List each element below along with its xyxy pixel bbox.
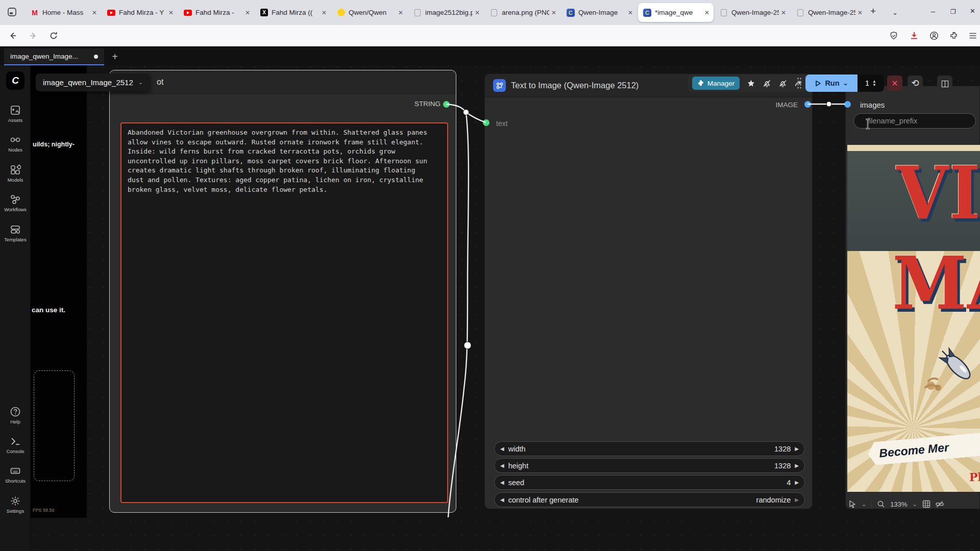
- poster-word-mid: MA: [892, 247, 980, 320]
- new-workflow-button[interactable]: +: [106, 48, 124, 65]
- history-icon[interactable]: ⟲: [908, 76, 923, 91]
- toolbar-drag-handle[interactable]: [797, 77, 802, 89]
- prompt-node[interactable]: ot STRING Abandoned Victorian greenhouse…: [109, 70, 456, 513]
- tab-close-icon[interactable]: ✕: [628, 9, 633, 16]
- manager-button[interactable]: Manager: [692, 77, 740, 90]
- window-minimize-button[interactable]: –: [931, 7, 935, 15]
- account-icon[interactable]: [929, 31, 939, 40]
- text-input-port[interactable]: [483, 119, 489, 126]
- increment-arrow-icon[interactable]: ▶: [795, 480, 799, 485]
- manager-toolbar-group: Manager: [688, 74, 807, 92]
- tab-close-icon[interactable]: ✕: [475, 9, 480, 16]
- back-icon[interactable]: [8, 31, 17, 40]
- extensions-puzzle-icon[interactable]: [949, 31, 959, 40]
- pointer-tool-icon[interactable]: [848, 500, 856, 508]
- zoom-fit-icon[interactable]: [877, 500, 885, 508]
- run-options-chevron-icon[interactable]: ⌄: [843, 80, 848, 87]
- reload-icon[interactable]: [49, 31, 58, 40]
- text-to-image-node[interactable]: Text to Image (Qwen-Image 2512) IMAGE te…: [484, 73, 813, 509]
- tab-close-icon[interactable]: ✕: [857, 9, 863, 16]
- toggle-links-off-icon[interactable]: [936, 500, 944, 508]
- queue-count-stepper[interactable]: ▲▼: [872, 80, 876, 87]
- control-after-generate-widget[interactable]: ◀ control after generate randomize ▶: [494, 492, 805, 507]
- tab-close-icon[interactable]: ✕: [322, 9, 327, 16]
- browser-tab[interactable]: image2512big.p ✕: [408, 3, 484, 22]
- browser-tab-active[interactable]: C *image_qwe ✕: [638, 3, 714, 22]
- sidebar-item-templates[interactable]: Templates: [0, 220, 31, 246]
- zoom-level[interactable]: 133%: [890, 500, 907, 508]
- chevron-down-icon: ⌄: [138, 79, 143, 86]
- toggle-panel-icon[interactable]: ◫: [937, 76, 952, 91]
- pointer-options-chevron-icon[interactable]: ⌄: [862, 501, 866, 508]
- window-close-button[interactable]: ✕: [970, 7, 975, 15]
- tab-close-icon[interactable]: ✕: [245, 9, 250, 16]
- zoom-chevron-icon[interactable]: ⌄: [912, 501, 917, 508]
- width-widget[interactable]: ◀ width 1328 ▶: [494, 441, 805, 456]
- browser-tab[interactable]: Fahd Mirza - ✕: [179, 3, 254, 22]
- decrement-arrow-icon[interactable]: ◀: [500, 497, 504, 503]
- browser-tab[interactable]: Qwen-Image-25 ✕: [791, 3, 867, 22]
- sidebar-item-nodes[interactable]: Nodes: [0, 131, 31, 156]
- increment-arrow-icon[interactable]: ▶: [795, 497, 799, 503]
- browser-tab[interactable]: M Home - Mass ✕: [26, 3, 101, 22]
- window-maximize-button[interactable]: ❐: [950, 8, 956, 15]
- sidebar-item-help[interactable]: Help: [0, 403, 31, 428]
- string-output-port[interactable]: [443, 101, 450, 108]
- notifications-mute-icon[interactable]: [763, 79, 771, 88]
- menu-hamburger-icon[interactable]: [968, 31, 977, 40]
- minimap-grid-icon[interactable]: [922, 500, 930, 508]
- decrement-arrow-icon[interactable]: ◀: [500, 446, 504, 452]
- new-tab-button[interactable]: +: [870, 6, 876, 17]
- prompt-textarea[interactable]: Abandoned Victorian greenhouse overgrown…: [120, 122, 448, 503]
- tab-close-icon[interactable]: ✕: [551, 9, 556, 16]
- sidebar-item-console[interactable]: Console: [0, 432, 31, 458]
- forward-icon[interactable]: [29, 31, 38, 40]
- browser-tab[interactable]: X Fahd Mirza (( ✕: [255, 3, 331, 22]
- generated-image-preview[interactable]: VI MA Become Mer Pl: [847, 145, 980, 492]
- browser-tab[interactable]: Fahd Mirza - Y ✕: [102, 3, 178, 22]
- filename-prefix-input[interactable]: [853, 113, 976, 129]
- sidebar-item-settings[interactable]: Settings: [0, 492, 31, 517]
- comfyui-favicon: C: [567, 9, 575, 17]
- tab-label: arena.png (PNG: [502, 9, 549, 16]
- workflow-tab[interactable]: image_qwen_Image...: [4, 48, 104, 65]
- queue-count[interactable]: 1 ▲▼: [857, 74, 884, 92]
- sidebar-item-models[interactable]: Models: [0, 161, 31, 186]
- tab-close-icon[interactable]: ✕: [92, 9, 97, 16]
- workflow-tab-label: image_qwen_Image...: [10, 53, 78, 60]
- cancel-run-button[interactable]: ✕: [887, 76, 902, 91]
- image-output-port[interactable]: [804, 101, 811, 108]
- seed-widget[interactable]: ◀ seed 4 ▶: [494, 475, 805, 490]
- increment-arrow-icon[interactable]: ▶: [795, 446, 799, 452]
- run-button[interactable]: Run ⌄: [805, 74, 857, 92]
- workflow-selector-dropdown[interactable]: image_qwen_Image_2512 ⌄: [36, 73, 150, 91]
- tab-label: Qwen-Image-25: [808, 9, 855, 16]
- increment-arrow-icon[interactable]: ▶: [795, 463, 799, 468]
- height-widget[interactable]: ◀ height 1328 ▶: [494, 458, 805, 473]
- firefox-view-icon[interactable]: [7, 7, 17, 17]
- sidebar-item-workflows[interactable]: Workflows: [0, 190, 31, 216]
- sidebar-item-assets[interactable]: Assets: [0, 101, 31, 127]
- poster-word-top: VI: [896, 157, 980, 230]
- tab-close-icon[interactable]: ✕: [704, 9, 709, 16]
- sidebar-item-label: Assets: [8, 117, 23, 123]
- decrement-arrow-icon[interactable]: ◀: [500, 463, 504, 468]
- tab-label: Home - Mass: [42, 9, 90, 16]
- browser-tab[interactable]: C Qwen-Image ✕: [561, 3, 637, 22]
- prompt-node-header[interactable]: ot: [110, 70, 456, 94]
- tab-close-icon[interactable]: ✕: [781, 9, 786, 16]
- favorites-star-icon[interactable]: [747, 79, 755, 88]
- browser-tab[interactable]: Qwen-Image-25 ✕: [715, 3, 790, 22]
- badges-mute-icon[interactable]: [778, 79, 787, 88]
- decrement-arrow-icon[interactable]: ◀: [500, 480, 504, 485]
- downloads-icon[interactable]: [910, 31, 919, 40]
- protections-shield-icon[interactable]: [889, 31, 898, 40]
- tab-close-icon[interactable]: ✕: [398, 9, 403, 16]
- browser-tab[interactable]: Qwen/Qwen ✕: [332, 3, 407, 22]
- list-all-tabs-chevron-icon[interactable]: ⌄: [892, 9, 898, 16]
- images-input-port[interactable]: [844, 101, 851, 108]
- selection-dashed-box: [34, 370, 75, 481]
- browser-tab[interactable]: arena.png (PNG ✕: [485, 3, 560, 22]
- tab-close-icon[interactable]: ✕: [168, 9, 174, 16]
- sidebar-item-shortcuts[interactable]: Shortcuts: [0, 462, 31, 487]
